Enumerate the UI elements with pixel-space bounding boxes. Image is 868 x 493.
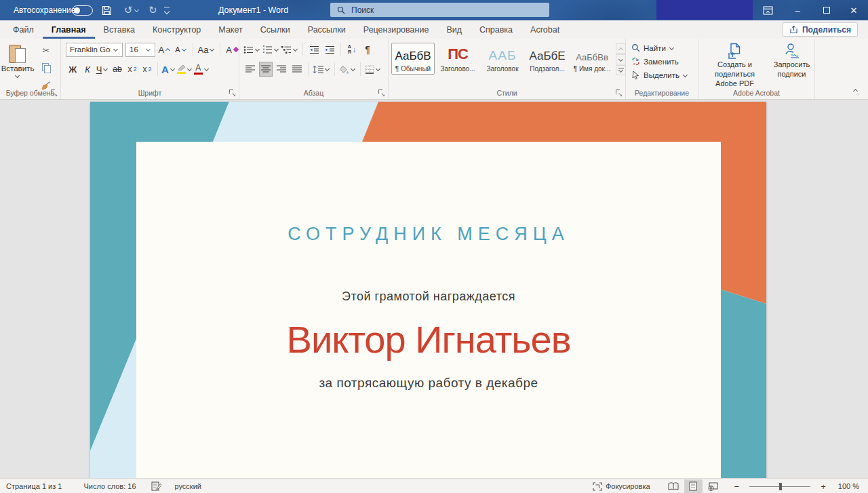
close-icon: ✕ <box>850 5 858 16</box>
zoom-out-button[interactable]: − <box>730 479 745 493</box>
web-layout-button[interactable] <box>704 479 722 493</box>
zoom-level[interactable]: 100 % <box>833 479 864 493</box>
zoom-in-button[interactable]: + <box>816 479 831 493</box>
style-card-title[interactable]: ААБ Заголовок <box>481 43 524 75</box>
paste-button[interactable]: Вставить <box>0 41 35 78</box>
align-left-button[interactable] <box>243 62 257 77</box>
document-page[interactable]: СОТРУДНИК МЕСЯЦА Этой грамотой награждае… <box>90 102 766 478</box>
align-left-icon <box>245 65 255 73</box>
styles-scroll-down-button[interactable] <box>616 54 626 64</box>
style-preview: АаБбВ <box>395 50 431 62</box>
font-name-select[interactable]: Franklin Gothic <box>66 43 123 57</box>
justify-button[interactable] <box>290 62 304 77</box>
grow-font-button[interactable]: А <box>158 42 172 57</box>
share-label: Поделиться <box>802 25 851 35</box>
language-indicator[interactable]: русский <box>170 479 206 493</box>
search-placeholder: Поиск <box>351 5 374 15</box>
multilevel-list-button[interactable] <box>281 42 298 57</box>
tab-help[interactable]: Справка <box>471 20 521 39</box>
certificate-recipient-name[interactable]: Виктор Игнатьев <box>136 317 721 361</box>
paragraph-dialog-launcher[interactable] <box>378 89 385 96</box>
tab-design[interactable]: Конструктор <box>144 20 210 39</box>
decrease-indent-button[interactable] <box>307 42 321 57</box>
word-count[interactable]: Число слов: 16 <box>79 479 140 493</box>
print-layout-button[interactable] <box>684 479 703 493</box>
bullets-button[interactable] <box>243 42 260 57</box>
styles-more-button[interactable] <box>616 65 626 75</box>
tab-file[interactable]: Файл <box>4 20 43 39</box>
clear-formatting-button[interactable]: А <box>225 42 239 57</box>
autosave-toggle[interactable] <box>72 0 93 20</box>
document-canvas: СОТРУДНИК МЕСЯЦА Этой грамотой награждае… <box>0 100 868 478</box>
focus-mode-button[interactable]: Фокусировка <box>588 479 655 493</box>
collapse-ribbon-button[interactable] <box>853 83 860 95</box>
share-button[interactable]: Поделиться <box>783 22 858 37</box>
clipboard-dialog-launcher[interactable] <box>50 89 58 96</box>
replace-button[interactable]: bc Заменить <box>626 55 698 68</box>
grow-font-icon: А <box>159 45 165 55</box>
tab-insert[interactable]: Вставка <box>95 20 144 39</box>
certificate-heading[interactable]: СОТРУДНИК МЕСЯЦА <box>136 224 721 245</box>
decrease-indent-icon <box>309 45 319 54</box>
font-size-select[interactable]: 16 <box>125 43 155 57</box>
group-clipboard: Вставить ✂ Буфер обмена <box>0 39 61 99</box>
tab-view[interactable]: Вид <box>437 20 471 39</box>
text-effects-button[interactable]: А <box>161 62 176 77</box>
account-area[interactable] <box>656 0 753 20</box>
sort-button[interactable]: АЯ ↓ <box>345 42 359 57</box>
align-right-button[interactable] <box>275 62 288 77</box>
underline-button[interactable]: Ч <box>96 62 109 77</box>
tab-review[interactable]: Рецензирование <box>355 20 438 39</box>
close-button[interactable]: ✕ <box>840 0 868 20</box>
tab-home[interactable]: Главная <box>43 20 95 39</box>
tab-mailings[interactable]: Рассылки <box>299 20 355 39</box>
tab-acrobat[interactable]: Acrobat <box>521 20 568 39</box>
zoom-slider[interactable] <box>749 486 810 487</box>
copy-button[interactable] <box>39 60 53 75</box>
minimize-button[interactable]: – <box>783 0 812 20</box>
find-button[interactable]: Найти <box>626 41 698 54</box>
certificate-subtitle[interactable]: Этой грамотой награждается <box>136 290 721 304</box>
save-button[interactable] <box>102 0 112 20</box>
select-button[interactable]: Выделить <box>626 68 698 81</box>
italic-button[interactable]: К <box>81 62 94 77</box>
increase-indent-button[interactable] <box>323 42 336 57</box>
shrink-font-button[interactable]: А <box>174 42 188 57</box>
tab-references[interactable]: Ссылки <box>252 20 299 39</box>
ribbon-display-options-button[interactable] <box>755 0 780 20</box>
highlight-button[interactable] <box>177 62 193 77</box>
proofing-status-button[interactable] <box>146 479 166 493</box>
group-label-acrobat: Adobe Acrobat <box>698 89 814 97</box>
tab-layout[interactable]: Макет <box>210 20 251 39</box>
change-case-button[interactable]: Aa <box>198 42 215 57</box>
ribbon-tab-row: Файл Главная Вставка Конструктор Макет С… <box>0 20 868 39</box>
strikethrough-button[interactable]: ab <box>111 62 124 77</box>
show-marks-button[interactable]: ¶ <box>361 42 374 57</box>
font-dialog-launcher[interactable] <box>229 89 236 96</box>
style-card-docname[interactable]: АаБбВв ¶ Имя док... <box>570 43 614 75</box>
redo-button[interactable]: ↻ <box>149 0 157 20</box>
maximize-button[interactable] <box>812 0 841 20</box>
superscript-button[interactable]: x2 <box>140 62 154 77</box>
borders-button[interactable] <box>365 62 381 77</box>
style-card-heading1[interactable]: ПС Заголово... <box>436 43 479 75</box>
numbering-button[interactable] <box>262 42 279 57</box>
undo-button[interactable]: ↺ <box>124 0 140 20</box>
cut-button[interactable]: ✂ <box>39 43 53 58</box>
style-card-subtitle[interactable]: АаБбЕ Подзагол... <box>526 43 569 75</box>
bold-button[interactable]: Ж <box>66 62 79 77</box>
styles-dialog-launcher[interactable] <box>615 89 623 96</box>
line-spacing-button[interactable] <box>313 62 330 77</box>
read-mode-button[interactable] <box>665 479 683 493</box>
page-indicator[interactable]: Страница 1 из 1 <box>1 479 66 493</box>
customize-quick-access-button[interactable] <box>163 0 171 20</box>
zoom-slider-thumb[interactable] <box>779 483 782 490</box>
certificate-reason[interactable]: за потрясающую работу в декабре <box>136 376 721 391</box>
style-card-normal[interactable]: АаБбВ ¶ Обычный <box>391 43 435 75</box>
subscript-button[interactable]: x2 <box>125 62 139 77</box>
font-color-button[interactable]: А <box>194 62 210 77</box>
styles-scroll-up-button[interactable] <box>616 43 626 54</box>
align-center-button[interactable] <box>259 62 273 77</box>
search-input[interactable]: Поиск <box>330 3 549 17</box>
shading-button[interactable] <box>339 62 356 77</box>
